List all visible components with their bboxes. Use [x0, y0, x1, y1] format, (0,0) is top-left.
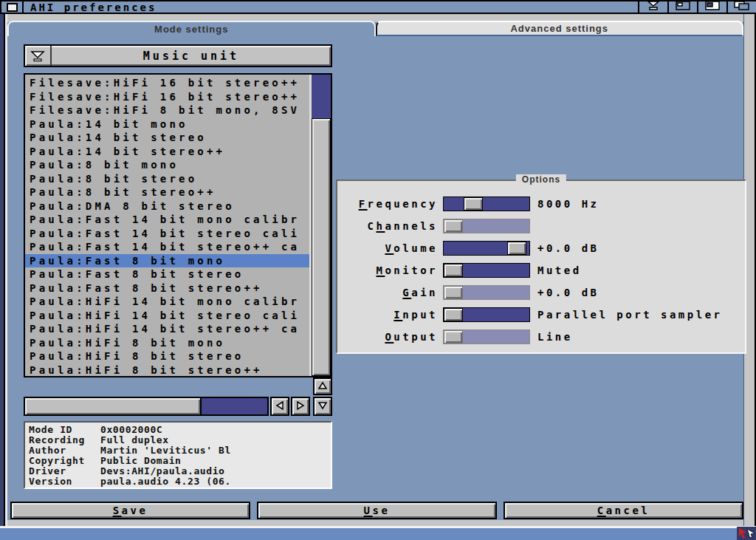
frequency-slider[interactable] — [443, 196, 530, 211]
option-row-frequency: Frequency8000 Hz — [343, 193, 739, 215]
window-zip-button[interactable] — [667, 1, 697, 13]
option-label: Input — [343, 309, 438, 321]
tab-advanced-settings[interactable]: Advanced settings — [376, 21, 744, 36]
window-depth-button[interactable] — [726, 1, 756, 13]
scroll-down-button[interactable] — [313, 397, 332, 416]
info-key: Author — [29, 445, 100, 456]
window-zoom-button[interactable] — [697, 1, 726, 13]
volume-slider[interactable] — [443, 241, 530, 256]
zoom-icon — [704, 0, 721, 14]
option-label: Volume — [343, 242, 438, 254]
close-icon — [7, 3, 18, 12]
mode-list-item[interactable]: Paula:14 bit stereo++ — [25, 145, 309, 159]
arrow-right-icon — [295, 400, 306, 414]
option-row-input: InputParallel port sampler — [343, 304, 739, 326]
slider-knob[interactable] — [464, 197, 483, 211]
iconify-icon — [645, 0, 662, 14]
option-row-channels: Channels — [343, 215, 739, 237]
option-label: Gain — [343, 287, 438, 298]
option-label: Channels — [343, 220, 438, 232]
mode-list-item[interactable]: Paula:Fast 14 bit stereo cali — [25, 227, 309, 241]
save-button[interactable]: Save — [10, 502, 250, 519]
window-title: AHI preferences — [24, 1, 638, 13]
unit-selector[interactable]: Music unit — [24, 44, 332, 67]
slider-knob[interactable] — [444, 264, 463, 277]
info-value: 0x0002000C — [100, 425, 331, 435]
action-button-row: SaveUseCancel — [10, 502, 743, 519]
info-key: Copyright — [29, 456, 100, 466]
window-border-bottom-highlight — [0, 526, 756, 528]
option-value: 8000 Hz — [537, 198, 599, 210]
button-label: Save — [113, 505, 148, 516]
info-key: Driver — [29, 466, 100, 476]
mode-list-item[interactable]: Paula:HiFi 14 bit stereo cali — [25, 309, 309, 323]
option-row-gain: Gain+0.0 dB — [343, 281, 739, 304]
option-label: Frequency — [343, 198, 438, 210]
option-value: +0.0 dB — [537, 287, 599, 298]
mode-list-item[interactable]: Paula:Fast 8 bit stereo++ — [25, 281, 309, 295]
info-row: AuthorMartin 'Leviticus' Bl — [29, 445, 331, 456]
arrow-left-icon — [275, 400, 285, 414]
mode-list-item[interactable]: Paula:14 bit mono — [25, 117, 309, 131]
slider-knob[interactable] — [507, 242, 526, 255]
window-iconify-button[interactable] — [638, 1, 667, 13]
button-label: Use — [364, 505, 391, 516]
info-value: Devs:AHI/paula.audio — [100, 466, 331, 476]
mode-list-item[interactable]: Paula:Fast 14 bit mono calibr — [25, 213, 309, 227]
mode-list-content[interactable]: Filesave:HiFi 16 bit stereo++Filesave:Hi… — [25, 75, 309, 376]
mode-list-item[interactable]: Paula:HiFi 8 bit mono — [25, 336, 309, 350]
mode-list-item[interactable]: Paula:HiFi 14 bit mono calibr — [25, 295, 309, 309]
option-value: Muted — [537, 264, 582, 276]
scroll-up-button[interactable] — [313, 377, 332, 395]
mode-list-item[interactable]: Paula:8 bit stereo++ — [25, 185, 309, 199]
scroll-left-button[interactable] — [270, 397, 289, 416]
tab-mode-settings[interactable]: Mode settings — [7, 21, 376, 36]
mode-list-item[interactable]: Paula:Fast 14 bit stereo++ ca — [25, 240, 309, 254]
slider-knob — [444, 286, 463, 299]
info-row: RecordingFull duplex — [29, 435, 331, 445]
tab-label: Advanced settings — [510, 23, 608, 34]
mode-list-item[interactable]: Paula:8 bit mono — [25, 158, 309, 172]
input-slider[interactable] — [443, 307, 530, 322]
ahi-preferences-window: AHI preferences — [0, 0, 756, 528]
slider-knob — [444, 219, 463, 233]
scroll-right-button[interactable] — [291, 397, 310, 416]
horizontal-scrollbar-thumb[interactable] — [25, 398, 202, 414]
mode-list-item[interactable]: Filesave:HiFi 8 bit mono, 8SV — [25, 103, 309, 117]
mode-list-item[interactable]: Paula:HiFi 8 bit stereo — [25, 349, 309, 363]
slider-knob — [444, 330, 463, 344]
use-button[interactable]: Use — [257, 502, 497, 519]
mode-list-horizontal-scrollbar[interactable] — [24, 397, 269, 416]
mode-list-item[interactable]: Paula:14 bit stereo — [25, 131, 309, 145]
arrow-down-icon — [317, 400, 328, 414]
arrow-up-icon — [317, 380, 328, 394]
gain-slider — [443, 285, 530, 300]
cycle-chooser-icon — [25, 46, 52, 66]
mode-list-item[interactable]: Filesave:HiFi 16 bit stereo++ — [25, 90, 309, 104]
mode-list-item[interactable]: Paula:HiFi 14 bit stereo++ ca — [25, 322, 309, 336]
vertical-scrollbar-thumb[interactable] — [312, 118, 331, 376]
option-value: +0.0 dB — [537, 242, 599, 254]
mode-list-item[interactable]: Paula:Fast 8 bit mono — [25, 254, 309, 268]
window-border-bottom — [7, 520, 743, 526]
channels-slider — [443, 219, 530, 233]
unit-selector-label: Music unit — [52, 46, 331, 66]
window-close-button[interactable] — [0, 1, 24, 13]
info-row: Mode ID0x0002000C — [29, 425, 331, 435]
option-label: Output — [343, 331, 438, 343]
mode-list-item[interactable]: Filesave:HiFi 16 bit stereo++ — [25, 76, 309, 90]
output-slider — [443, 329, 530, 344]
options-rows: Frequency8000 HzChannelsVolume+0.0 dBMon… — [343, 193, 739, 348]
slider-knob[interactable] — [444, 308, 463, 321]
mode-list-item[interactable]: Paula:DMA 8 bit stereo — [25, 199, 309, 213]
option-label: Monitor — [343, 264, 438, 276]
monitor-slider[interactable] — [443, 263, 530, 278]
mode-list-item[interactable]: Paula:8 bit stereo — [25, 172, 309, 186]
cancel-button[interactable]: Cancel — [504, 502, 743, 519]
info-row: DriverDevs:AHI/paula.audio — [29, 466, 331, 476]
zip-icon — [675, 0, 691, 14]
mode-list-item[interactable]: Paula:Fast 8 bit stereo — [25, 267, 309, 281]
mode-list-item[interactable]: Paula:HiFi 8 bit stereo++ — [25, 363, 309, 377]
mode-list-vertical-scrollbar[interactable] — [309, 75, 331, 376]
window-titlebar[interactable]: AHI preferences — [0, 0, 756, 14]
